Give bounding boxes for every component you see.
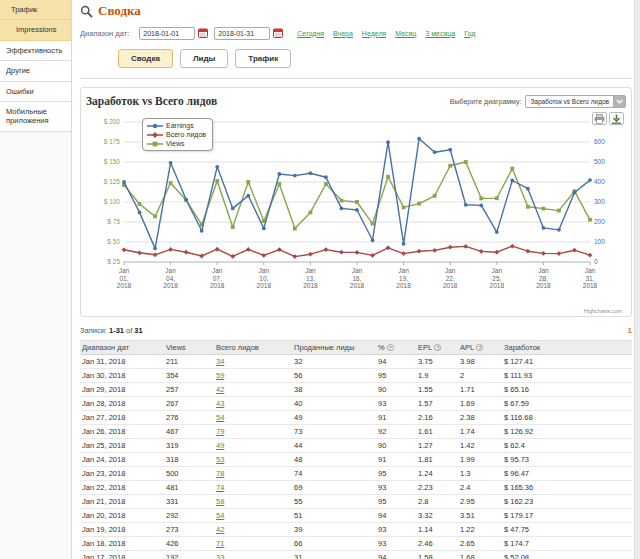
total-leads-link[interactable]: 42 — [216, 525, 224, 534]
total-leads-link[interactable]: 49 — [216, 441, 224, 450]
total-leads-link[interactable]: 33 — [216, 553, 224, 559]
table-row: Jan 25, 20183194944901.271.42$ 62.4 — [80, 439, 632, 453]
column-header-label: % — [378, 343, 385, 352]
legend-item-0[interactable]: Earnings — [147, 121, 206, 130]
sidebar-item-performance[interactable]: Эффективность — [0, 41, 71, 61]
table-cell: 2.65 — [458, 539, 502, 548]
svg-text:0: 0 — [594, 258, 598, 265]
total-leads-link[interactable]: 71 — [216, 539, 224, 548]
table-cell: $ 174.7 — [502, 539, 632, 548]
table-cell: 1.61 — [416, 427, 458, 436]
quick-link-three-months[interactable]: 3 месяца — [425, 30, 455, 37]
info-icon[interactable]: ? — [476, 344, 483, 351]
column-header-label: APL — [460, 343, 474, 352]
printer-icon — [594, 114, 605, 124]
print-chart-button[interactable] — [592, 112, 607, 125]
table-cell: 3.32 — [416, 511, 458, 520]
table-cell: 38 — [292, 385, 376, 394]
records-range: 1-31 — [109, 326, 124, 335]
table-cell: 93 — [376, 483, 416, 492]
legend-item-1[interactable]: Всего лидов — [147, 130, 206, 139]
table-cell: 3.98 — [458, 357, 502, 366]
svg-text:300: 300 — [594, 198, 605, 205]
total-leads-link[interactable]: 34 — [216, 357, 224, 366]
svg-text:Jan31,2018: Jan31,2018 — [583, 267, 598, 289]
svg-text:200: 200 — [594, 218, 605, 225]
calendar-icon[interactable] — [273, 28, 283, 38]
sidebar-item-others[interactable]: Другие — [0, 61, 71, 81]
table-cell: 2.8 — [416, 497, 458, 506]
table-row: Jan 30, 20183545956951.92$ 111.93 — [80, 369, 632, 383]
quick-link-year[interactable]: Год — [464, 30, 475, 37]
total-leads-link[interactable]: 79 — [216, 427, 224, 436]
svg-text:$ 100: $ 100 — [104, 198, 121, 205]
svg-text:Jan28,2018: Jan28,2018 — [536, 267, 551, 289]
pagination-page-1[interactable]: 1 — [628, 326, 632, 335]
date-to-input[interactable] — [214, 27, 270, 40]
sidebar-item-mobile-apps[interactable]: Мобильные приложения — [0, 102, 71, 132]
quick-link-month[interactable]: Месяц — [395, 30, 416, 37]
total-leads-link[interactable]: 54 — [216, 511, 224, 520]
sidebar-item-impressions[interactable]: Impressions — [0, 20, 71, 40]
svg-text:Jan19,2018: Jan19,2018 — [396, 267, 411, 289]
table-cell: 257 — [164, 385, 214, 394]
chevron-down-icon[interactable] — [613, 96, 625, 107]
highcharts-credits[interactable]: Highcharts.com — [584, 308, 622, 314]
column-header-label: Проданные лиды — [294, 343, 354, 352]
table-cell: Jan 19, 2018 — [80, 525, 164, 534]
table-cell: 48 — [292, 455, 376, 464]
table-cell: 90 — [376, 385, 416, 394]
table-cell: 94 — [376, 553, 416, 559]
tab-traffic[interactable]: Трафик — [235, 49, 291, 68]
sidebar-item-errors[interactable]: Ошибки — [0, 82, 71, 102]
table-cell: 43 — [214, 399, 292, 408]
svg-text:600: 600 — [594, 138, 605, 145]
tab-leads[interactable]: Лиды — [180, 49, 228, 68]
download-chart-button[interactable] — [609, 112, 624, 125]
total-leads-link[interactable]: 74 — [216, 483, 224, 492]
column-header-7: Заработок — [502, 343, 632, 352]
table-cell: 34 — [214, 357, 292, 366]
table-cell: 1.58 — [416, 553, 458, 559]
sidebar-item-traffic[interactable]: Трафик — [0, 0, 71, 20]
total-leads-link[interactable]: 54 — [216, 413, 224, 422]
total-leads-link[interactable]: 43 — [216, 399, 224, 408]
column-header-6: APL? — [458, 343, 502, 352]
total-leads-link[interactable]: 42 — [216, 385, 224, 394]
table-cell: 2.16 — [416, 413, 458, 422]
table-cell: 1.81 — [416, 455, 458, 464]
table-cell: $ 111.93 — [502, 371, 632, 380]
table-cell: 481 — [164, 483, 214, 492]
svg-text:500: 500 — [594, 158, 605, 165]
table-cell: 58 — [214, 497, 292, 506]
total-leads-link[interactable]: 53 — [216, 455, 224, 464]
table-cell: $ 65.16 — [502, 385, 632, 394]
table-row: Jan 22, 20184817469932.232.4$ 165.36 — [80, 481, 632, 495]
column-header-label: Заработок — [504, 343, 540, 352]
search-icon — [80, 5, 93, 18]
chart-type-select[interactable]: Заработок vs Всего лидов — [525, 95, 626, 108]
table-header-row: Диапазон датViewsВсего лидовПроданные ли… — [80, 340, 632, 355]
table-cell: 93 — [376, 399, 416, 408]
quick-link-week[interactable]: Неделя — [362, 30, 386, 37]
table-cell: 91 — [376, 455, 416, 464]
legend-item-2[interactable]: Views — [147, 139, 206, 148]
quick-link-yesterday[interactable]: Вчера — [333, 30, 353, 37]
calendar-icon[interactable] — [198, 28, 208, 38]
info-icon[interactable]: ? — [434, 344, 441, 351]
svg-text:$ 200: $ 200 — [104, 118, 121, 125]
info-icon[interactable]: ? — [387, 344, 394, 351]
table-cell: $ 116.68 — [502, 413, 632, 422]
date-from-input[interactable] — [139, 27, 195, 40]
table-cell: 3.51 — [458, 511, 502, 520]
tab-summary[interactable]: Сводка — [118, 49, 173, 68]
records-info: Записи: 1-31 of 31 1 — [80, 326, 632, 335]
table-cell: 69 — [292, 483, 376, 492]
quick-link-today[interactable]: Сегодня — [297, 30, 324, 37]
total-leads-link[interactable]: 78 — [216, 469, 224, 478]
total-leads-link[interactable]: 59 — [216, 371, 224, 380]
svg-text:Jan07,2018: Jan07,2018 — [210, 267, 225, 289]
total-leads-link[interactable]: 58 — [216, 497, 224, 506]
scrollbar-track[interactable] — [634, 0, 640, 559]
column-header-label: Диапазон дат — [82, 343, 129, 352]
